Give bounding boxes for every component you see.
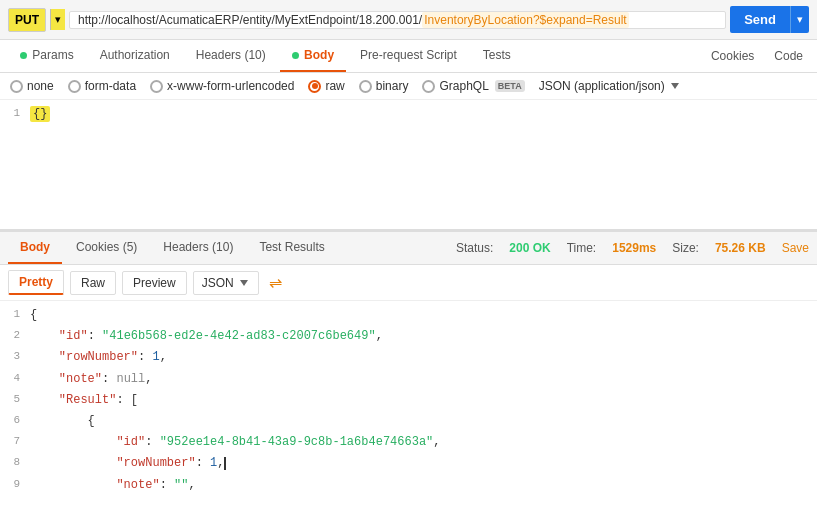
tab-pre-request-script[interactable]: Pre-request Script [348,40,469,72]
tab-tests[interactable]: Tests [471,40,523,72]
body-content: {} [30,106,50,122]
time-label: Time: [567,241,597,255]
params-dot [20,52,27,59]
body-type-raw[interactable]: raw [308,79,344,93]
json-format-select[interactable]: JSON (application/json) [539,79,681,93]
send-button[interactable]: Send [730,6,790,33]
response-header: Body Cookies (5) Headers (10) Test Resul… [0,230,817,265]
body-dot [292,52,299,59]
send-dropdown-arrow[interactable]: ▾ [790,6,809,33]
url-base: http://localhost/AcumaticaERP/entity/MyE… [78,13,422,27]
top-bar: PUT ▾ http://localhost/AcumaticaERP/enti… [0,0,817,40]
radio-none [10,80,23,93]
body-type-none[interactable]: none [10,79,54,93]
res-line-8: 8 "rowNumber": 1, [0,453,817,474]
tab-headers[interactable]: Headers (10) [184,40,278,72]
filter-icon[interactable]: ⇌ [269,273,282,292]
res-line-4: 4 "note": null, [0,369,817,390]
time-value: 1529ms [612,241,656,255]
response-format-bar: Pretty Raw Preview JSON ⇌ [0,265,817,301]
radio-binary [359,80,372,93]
json-view-dropdown[interactable]: JSON [193,271,259,295]
format-btn-pretty[interactable]: Pretty [8,270,64,295]
res-tab-body[interactable]: Body [8,232,62,264]
request-tabs: Params Authorization Headers (10) Body P… [0,40,817,73]
radio-raw [308,80,321,93]
tab-authorization[interactable]: Authorization [88,40,182,72]
res-line-1: 1 { [0,305,817,326]
status-label: Status: [456,241,493,255]
body-type-form-data[interactable]: form-data [68,79,136,93]
size-label: Size: [672,241,699,255]
cookies-link[interactable]: Cookies [705,41,760,71]
res-line-7: 7 "id": "952ee1e4-8b41-43a9-9c8b-1a6b4e7… [0,432,817,453]
res-line-9: 9 "note": "", [0,475,817,492]
beta-badge: BETA [495,80,525,92]
response-meta: Status: 200 OK Time: 1529ms Size: 75.26 … [456,241,809,255]
body-type-urlencoded[interactable]: x-www-form-urlencoded [150,79,294,93]
res-line-5: 5 "Result": [ [0,390,817,411]
method-select[interactable]: PUT [8,8,46,32]
size-value: 75.26 KB [715,241,766,255]
tab-body[interactable]: Body [280,40,346,72]
code-line-1: 1 {} [0,106,817,122]
radio-urlencoded [150,80,163,93]
res-tab-test-results[interactable]: Test Results [247,232,336,264]
res-line-3: 3 "rowNumber": 1, [0,347,817,368]
json-dropdown-icon [240,280,248,286]
body-type-binary[interactable]: binary [359,79,409,93]
save-response-link[interactable]: Save [782,241,809,255]
response-body: 1 { 2 "id": "41e6b568-ed2e-4e42-ad83-c20… [0,301,817,491]
body-type-graphql[interactable]: GraphQL BETA [422,79,524,93]
status-value: 200 OK [509,241,550,255]
radio-graphql [422,80,435,93]
res-tab-cookies[interactable]: Cookies (5) [64,232,149,264]
request-body-editor[interactable]: 1 {} [0,100,817,230]
code-link[interactable]: Code [768,41,809,71]
method-dropdown-arrow[interactable]: ▾ [50,9,65,30]
radio-form-data [68,80,81,93]
json-format-dropdown-icon [671,83,679,89]
res-line-2: 2 "id": "41e6b568-ed2e-4e42-ad83-c2007c6… [0,326,817,347]
url-highlight: InventoryByLocation?$expand=Result [422,12,628,28]
res-line-6: 6 { [0,411,817,432]
body-type-selector: none form-data x-www-form-urlencoded raw… [0,73,817,100]
format-btn-raw[interactable]: Raw [70,271,116,295]
res-tab-headers[interactable]: Headers (10) [151,232,245,264]
format-btn-preview[interactable]: Preview [122,271,187,295]
response-tabs: Body Cookies (5) Headers (10) Test Resul… [8,232,456,264]
tab-params[interactable]: Params [8,40,86,72]
